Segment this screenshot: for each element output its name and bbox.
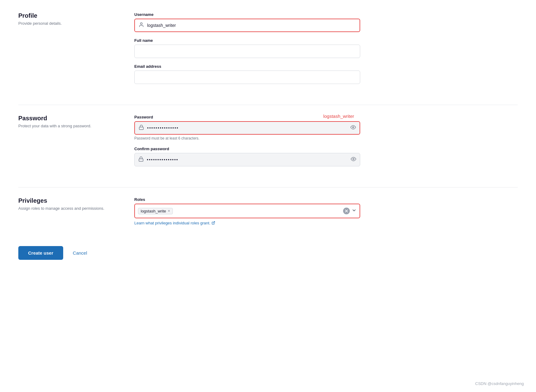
profile-title: Profile [18,12,122,19]
role-tag-remove[interactable]: × [168,209,170,213]
lock-icon-password [139,125,144,131]
divider-2 [18,187,518,187]
svg-rect-1 [139,127,143,129]
privileges-section: Privileges Assign roles to manage access… [18,197,518,231]
roles-label: Roles [134,197,360,202]
password-section-left: Password Protect your data with a strong… [18,115,122,172]
page-container: Profile Provide personal details. Userna… [0,0,536,392]
privileges-section-right: Roles logstash_write × [134,197,360,231]
username-input-wrapper[interactable] [134,19,360,32]
svg-rect-3 [139,159,143,161]
learn-privileges-link[interactable]: Learn what privileges individual roles g… [134,221,215,225]
cancel-button[interactable]: Cancel [68,246,92,260]
user-icon [139,22,144,29]
privileges-title: Privileges [18,197,122,204]
password-section-right: Password logstash_writer [134,115,360,172]
footer-actions: Create user Cancel [18,246,518,260]
role-tag-label: logstash_write [141,209,166,213]
email-label: Email address [134,64,360,69]
confirm-password-input-wrapper[interactable] [134,153,360,166]
password-input[interactable] [147,125,348,130]
fullname-input[interactable] [138,49,356,54]
roles-field-group: Roles logstash_write × [134,197,360,225]
svg-line-7 [213,221,215,223]
divider-1 [18,105,518,105]
roles-right-controls [343,208,360,214]
fullname-label: Full name [134,38,360,43]
profile-section-left: Profile Provide personal details. [18,12,122,90]
learn-privileges-text: Learn what privileges individual roles g… [134,221,210,225]
email-field-group: Email address [134,64,360,84]
profile-section: Profile Provide personal details. Userna… [18,12,518,90]
svg-point-4 [353,158,354,160]
username-input[interactable] [147,23,356,28]
roles-chevron-icon[interactable] [352,208,357,214]
svg-point-2 [353,127,354,128]
profile-section-right: Username Full name [134,12,360,90]
password-hint: Password must be at least 6 characters. [134,136,360,140]
create-user-button[interactable]: Create user [18,246,63,260]
lock-icon-confirm [138,156,144,163]
roles-input-area[interactable]: logstash_write × [135,204,343,218]
fullname-field-group: Full name [134,38,360,58]
password-section: Password Protect your data with a strong… [18,115,518,172]
password-input-wrapper[interactable] [134,121,360,135]
password-title: Password [18,115,122,122]
privileges-desc: Assign roles to manage access and permis… [18,206,122,211]
password-field-group: Password logstash_writer [134,115,360,140]
profile-desc: Provide personal details. [18,21,122,26]
confirm-password-field-group: Confirm password [134,147,360,166]
fullname-input-wrapper[interactable] [134,45,360,58]
privileges-section-left: Privileges Assign roles to manage access… [18,197,122,231]
confirm-password-label: Confirm password [134,147,360,151]
external-link-icon [212,221,215,225]
role-tag-logstash-write: logstash_write × [138,208,173,214]
watermark: CSDN @csdnfanguyinheng [475,381,524,386]
eye-icon-password[interactable] [350,125,356,131]
password-desc: Protect your data with a strong password… [18,124,122,128]
svg-point-0 [140,23,142,24]
email-input[interactable] [138,75,356,80]
confirm-password-input[interactable] [147,157,348,162]
email-input-wrapper[interactable] [134,71,360,84]
username-label: Username [134,12,360,17]
password-label: Password [134,115,360,119]
username-field-group: Username [134,12,360,32]
roles-clear-button[interactable] [343,208,350,214]
eye-icon-confirm[interactable] [351,156,356,163]
